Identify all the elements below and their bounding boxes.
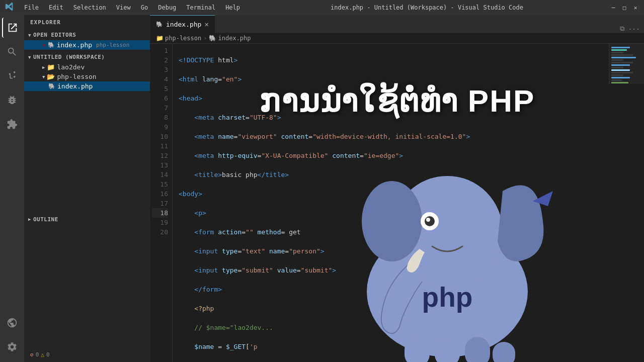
tab-close-button[interactable]: ✕ <box>204 21 208 28</box>
sidebar-bottom-status: ⊘ 0 △ 0 <box>24 347 150 362</box>
folder-php-lesson[interactable]: ▼ 📂 php-lesson <box>24 72 150 81</box>
breadcrumb-icon: 📁 <box>156 35 164 42</box>
sidebar-header: Explorer <box>24 15 150 30</box>
chevron-icon: ▼ <box>28 33 31 38</box>
folder-name: lao2dev <box>57 63 85 71</box>
folder-name: php-lesson <box>57 73 96 80</box>
title-bar-title: index.php - Untitled (Workspace) - Visua… <box>244 4 610 11</box>
menu-selection[interactable]: Selection <box>69 3 110 12</box>
modified-icon: ✕ <box>42 42 46 48</box>
menu-help[interactable]: Help <box>221 3 244 12</box>
breadcrumb-item-php-lesson[interactable]: 📁 php-lesson <box>156 35 201 42</box>
main-layout: Explorer ▼ Open Editors ✕ 🐘 index.php ph… <box>0 15 644 362</box>
tab-file-icon: 🐘 <box>156 21 163 28</box>
sidebar: Explorer ▼ Open Editors ✕ 🐘 index.php ph… <box>24 15 150 362</box>
close-button[interactable]: ✕ <box>632 4 639 11</box>
tab-index-php[interactable]: 🐘 index.php ✕ <box>150 15 215 33</box>
window-controls: ─ □ ✕ <box>610 4 639 11</box>
menu-view[interactable]: View <box>112 3 135 12</box>
title-bar: File Edit Selection View Go Debug Termin… <box>0 0 644 15</box>
minimap-line <box>611 82 628 83</box>
editor-area: 🐘 index.php ✕ ⧉ ··· 📁 php-lesson › 🐘 ind… <box>150 15 644 362</box>
file-name: index.php <box>57 82 93 90</box>
error-icon: ⊘ <box>30 351 34 358</box>
settings-icon[interactable] <box>2 337 22 357</box>
menu-terminal[interactable]: Terminal <box>182 3 219 12</box>
line-numbers: 12345 678910 1112131415 161718 1920 <box>150 44 173 362</box>
minimap-line <box>611 64 630 66</box>
outline-section[interactable]: ▶ Outline <box>24 214 150 225</box>
minimap-content <box>609 44 644 84</box>
maximize-button[interactable]: □ <box>621 4 628 11</box>
title-bar-left: File Edit Selection View Go Debug Termin… <box>5 2 244 13</box>
tab-bar: 🐘 index.php ✕ ⧉ ··· <box>150 15 644 33</box>
breadcrumb-item-index-php[interactable]: 🐘 index.php <box>209 35 251 42</box>
minimap-line <box>611 74 623 76</box>
code-editor[interactable]: <!DOCTYPE html> <html lang="en"> <head> … <box>173 44 644 362</box>
open-editor-index-php[interactable]: ✕ 🐘 index.php php-lesson <box>24 40 150 50</box>
vscode-logo <box>5 2 14 13</box>
file-index-php[interactable]: 🐘 index.php <box>24 81 150 91</box>
minimap-line <box>611 57 636 58</box>
open-editors-section[interactable]: ▼ Open Editors <box>24 30 150 40</box>
extensions-icon[interactable] <box>2 114 22 134</box>
editor-content[interactable]: 12345 678910 1112131415 161718 1920 <!DO… <box>150 44 644 362</box>
menu-bar: File Edit Selection View Go Debug Termin… <box>20 3 244 12</box>
minimap-line <box>611 67 623 68</box>
minimap-line <box>611 69 630 71</box>
minimap <box>609 44 644 84</box>
open-editor-filename: index.php <box>57 41 92 49</box>
error-count: 0 <box>36 351 39 358</box>
minimap-line <box>611 59 623 61</box>
folder-icon: 📁 <box>47 63 55 71</box>
workspace-section[interactable]: ▼ Untitled (Workspace) <box>24 52 150 62</box>
chevron-icon: ▶ <box>28 217 31 222</box>
chevron-icon: ▼ <box>28 55 31 60</box>
editor-actions: ⧉ ··· <box>215 25 644 33</box>
minimap-line <box>611 52 623 53</box>
folder-icon: 📂 <box>47 73 55 80</box>
tab-label: index.php <box>166 21 201 28</box>
menu-go[interactable]: Go <box>137 3 152 12</box>
minimap-line <box>611 72 633 73</box>
breadcrumb: 📁 php-lesson › 🐘 index.php <box>150 33 644 44</box>
search-icon[interactable] <box>2 42 22 62</box>
workspace-label: Untitled (Workspace) <box>33 54 105 60</box>
menu-file[interactable]: File <box>20 3 43 12</box>
activity-bar-bottom <box>2 313 22 357</box>
menu-debug[interactable]: Debug <box>154 3 180 12</box>
more-actions-icon[interactable]: ··· <box>628 25 640 33</box>
warning-count: 0 <box>46 351 50 358</box>
open-editors-tree: ✕ 🐘 index.php php-lesson <box>24 40 150 50</box>
php-file-icon: 🐘 <box>48 42 55 48</box>
minimap-line <box>611 54 633 56</box>
menu-edit[interactable]: Edit <box>45 3 67 12</box>
folder-lao2dev[interactable]: ▶ 📁 lao2dev <box>24 62 150 72</box>
debug-icon[interactable] <box>2 90 22 110</box>
breadcrumb-separator: › <box>203 35 207 42</box>
remote-icon[interactable] <box>2 313 22 333</box>
activity-bar <box>0 15 24 362</box>
workspace-tree: ▶ 📁 lao2dev ▼ 📂 php-lesson 🐘 index.php <box>24 62 150 91</box>
source-control-icon[interactable] <box>2 66 22 86</box>
chevron-icon: ▶ <box>42 65 45 70</box>
split-editor-icon[interactable]: ⧉ <box>620 25 624 33</box>
open-editor-folder: php-lesson <box>96 42 129 48</box>
minimap-line <box>611 77 630 78</box>
minimap-line <box>611 79 622 81</box>
minimap-line <box>611 47 630 48</box>
open-editors-label: Open Editors <box>33 32 76 38</box>
outline-label: Outline <box>33 216 58 223</box>
minimap-line <box>611 62 633 63</box>
chevron-icon: ▼ <box>42 74 45 79</box>
warning-icon: △ <box>41 351 44 358</box>
minimize-button[interactable]: ─ <box>610 4 617 11</box>
breadcrumb-file-icon: 🐘 <box>209 35 216 42</box>
explorer-icon[interactable] <box>2 18 22 38</box>
php-file-icon: 🐘 <box>48 83 55 89</box>
minimap-line <box>611 49 627 51</box>
